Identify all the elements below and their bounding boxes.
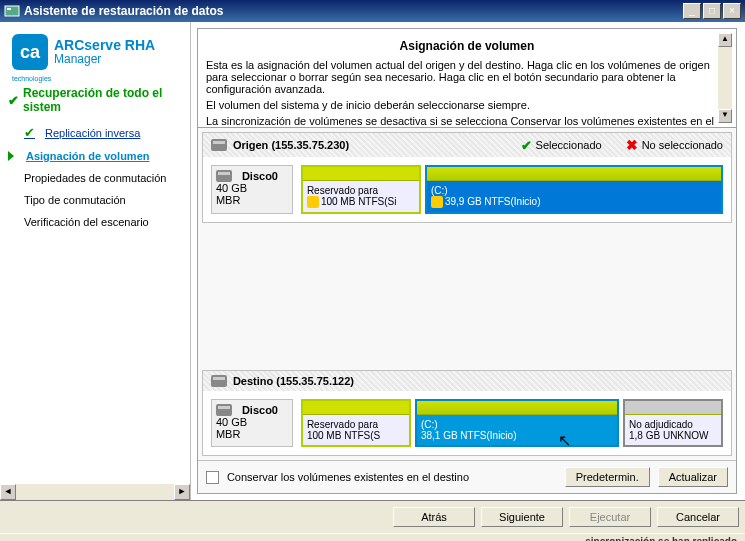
wizard-header: ✔ Recuperación de todo el sistem	[4, 80, 186, 120]
partition-title: No adjudicado	[629, 419, 717, 430]
legend-selected: ✔Seleccionado	[521, 138, 602, 153]
content-p1: Esta es la asignación del volumen actual…	[204, 57, 730, 97]
product-name: ARCserve RHA	[54, 38, 155, 53]
partition-detail: 100 MB NTFS(Si	[321, 196, 397, 207]
run-button: Ejecutar	[569, 507, 651, 527]
btn-label: Atrás	[421, 511, 447, 523]
source-label: Origen	[233, 139, 268, 151]
legend-label: No seleccionado	[642, 139, 723, 151]
x-icon: ✖	[626, 137, 638, 153]
dest-ip: (155.35.75.122)	[276, 375, 354, 387]
disk-type: MBR	[216, 194, 288, 206]
source-partition-c[interactable]: (C:) 39,9 GB NTFS(Inicio)	[425, 165, 723, 214]
back-button[interactable]: Atrás	[393, 507, 475, 527]
brand-logo: ca technologies ARCserve RHA Manager	[4, 28, 186, 80]
update-button[interactable]: Actualizar	[658, 467, 728, 487]
app-icon	[4, 3, 20, 19]
maximize-button[interactable]: □	[703, 3, 721, 19]
disk-icon	[211, 139, 227, 151]
source-ip: (155.35.75.230)	[271, 139, 349, 151]
sidebar-hscroll[interactable]: ◄ ►	[0, 484, 190, 500]
nav-label: Asignación de volumen	[26, 150, 149, 162]
status-bar: sincronización se han replicado	[0, 533, 745, 541]
content-p3: La sincronización de volúmenes se desact…	[204, 113, 730, 128]
nav-label: Tipo de conmutación	[24, 194, 126, 206]
nav-asignacion-volumen[interactable]: Asignación de volumen	[4, 145, 186, 167]
btn-label: Cancelar	[676, 511, 720, 523]
preserve-label: Conservar los volúmenes existentes en el…	[227, 471, 557, 483]
wizard-buttons: Atrás Siguiente Ejecutar Cancelar	[0, 500, 745, 533]
nav-propiedades-conmutacion[interactable]: Propiedades de conmutación	[4, 167, 186, 189]
next-button[interactable]: Siguiente	[481, 507, 563, 527]
source-header: Origen (155.35.75.230) ✔Seleccionado ✖No…	[203, 133, 731, 157]
svg-rect-1	[7, 8, 11, 10]
svg-rect-0	[5, 6, 19, 16]
check-icon: ✔	[24, 125, 35, 140]
nav-verificacion-escenario[interactable]: Verificación del escenario	[4, 211, 186, 233]
scroll-down-icon[interactable]: ▼	[718, 109, 732, 123]
dest-partition-reserved[interactable]: Reservado para 100 MB NTFS(S	[301, 399, 411, 447]
dest-partition-c[interactable]: (C:) 38,1 GB NTFS(Inicio)	[415, 399, 619, 447]
disk-icon	[211, 375, 227, 387]
disk-size: 40 GB	[216, 416, 288, 428]
btn-label: Ejecutar	[590, 511, 630, 523]
content-heading: Asignación de volumen	[204, 35, 730, 57]
nav-label: Replicación inversa	[45, 127, 140, 139]
logo-badge: ca	[12, 34, 48, 70]
partition-detail: 38,1 GB NTFS(Inicio)	[421, 430, 613, 441]
partition-detail: 100 MB NTFS(S	[307, 430, 405, 441]
sidebar: ca technologies ARCserve RHA Manager ✔ R…	[0, 22, 191, 500]
legend-unselected: ✖No seleccionado	[626, 137, 723, 153]
content-p2: El volumen del sistema y de inicio deber…	[204, 97, 730, 113]
partition-title: Reservado para	[307, 185, 415, 196]
disk-type: MBR	[216, 428, 288, 440]
dest-label: Destino	[233, 375, 273, 387]
partition-title: (C:)	[421, 419, 613, 430]
close-button[interactable]: ×	[723, 3, 741, 19]
window-title: Asistente de restauración de datos	[24, 4, 681, 18]
dest-disk-info[interactable]: Disco0 40 GB MBR	[211, 399, 293, 447]
nav-label: Propiedades de conmutación	[24, 172, 166, 184]
btn-label: Siguiente	[499, 511, 545, 523]
volume-icon	[307, 196, 319, 208]
content-pane: Asignación de volumen Esta es la asignac…	[191, 22, 745, 500]
cancel-button[interactable]: Cancelar	[657, 507, 739, 527]
options-row: Conservar los volúmenes existentes en el…	[198, 460, 736, 493]
source-disk-info[interactable]: Disco0 40 GB MBR	[211, 165, 293, 214]
volume-area: Origen (155.35.75.230) ✔Seleccionado ✖No…	[197, 128, 737, 494]
disk-name: Disco0	[242, 404, 278, 416]
logo-tech: technologies	[12, 75, 51, 82]
preserve-checkbox[interactable]	[206, 471, 219, 484]
scroll-track[interactable]	[16, 484, 174, 500]
wizard-header-text: Recuperación de todo el sistem	[23, 86, 182, 114]
scroll-up-icon[interactable]: ▲	[718, 33, 732, 47]
disk-icon	[216, 404, 232, 416]
disk-size: 40 GB	[216, 182, 288, 194]
volume-icon	[431, 196, 443, 208]
scroll-left-icon[interactable]: ◄	[0, 484, 16, 500]
partition-detail: 1,8 GB UNKNOW	[629, 430, 717, 441]
dest-header: Destino (155.35.75.122)	[203, 371, 731, 391]
nav-label: Verificación del escenario	[24, 216, 149, 228]
scroll-track[interactable]	[718, 47, 732, 109]
check-icon: ✔	[521, 138, 532, 153]
nav-replicacion-inversa[interactable]: ✔ Replicación inversa	[4, 120, 186, 145]
arrow-icon	[8, 151, 14, 161]
partition-title: (C:)	[431, 185, 717, 196]
source-partition-reserved[interactable]: Reservado para 100 MB NTFS(Si	[301, 165, 421, 214]
disk-icon	[216, 170, 232, 182]
check-icon: ✔	[8, 93, 19, 108]
dest-section: Destino (155.35.75.122) Disco0 40 GB MBR…	[202, 370, 732, 456]
minimize-button[interactable]: _	[683, 3, 701, 19]
nav-tipo-conmutacion[interactable]: Tipo de conmutación	[4, 189, 186, 211]
dest-partition-unalloc[interactable]: No adjudicado 1,8 GB UNKNOW	[623, 399, 723, 447]
product-sub: Manager	[54, 53, 155, 66]
legend-label: Seleccionado	[536, 139, 602, 151]
partition-title: Reservado para	[307, 419, 405, 430]
partition-detail: 39,9 GB NTFS(Inicio)	[445, 196, 541, 207]
title-bar[interactable]: Asistente de restauración de datos _ □ ×	[0, 0, 745, 22]
default-button[interactable]: Predetermin.	[565, 467, 650, 487]
description-vscroll[interactable]: ▲ ▼	[718, 33, 732, 123]
source-section: Origen (155.35.75.230) ✔Seleccionado ✖No…	[202, 132, 732, 223]
scroll-right-icon[interactable]: ►	[174, 484, 190, 500]
